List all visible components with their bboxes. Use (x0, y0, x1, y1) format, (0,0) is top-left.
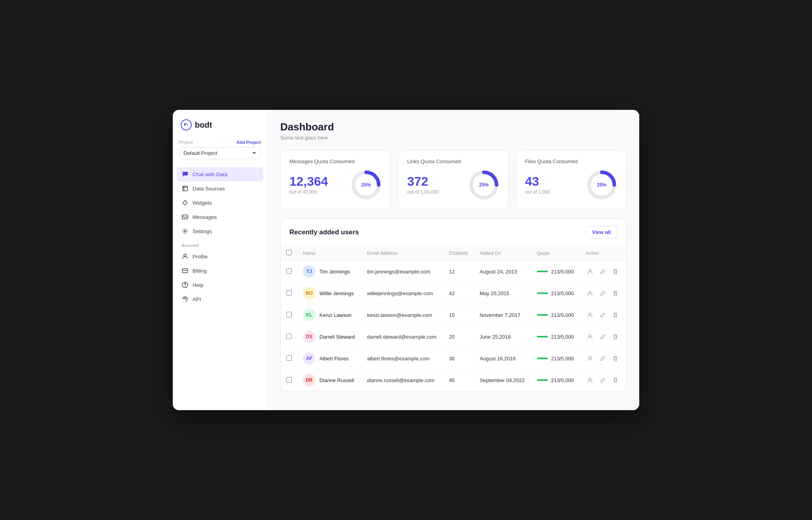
action-icons (586, 354, 621, 363)
users-table: Name Email Address Chatbots Added On Quo… (281, 246, 626, 391)
user-chatbots: 12 (444, 261, 474, 283)
donut-chart: 25% (586, 169, 617, 201)
quota-value: 372 (407, 175, 439, 188)
sidebar-item-widgets[interactable]: Widgets (177, 196, 263, 210)
sidebar-item-label: Chat with Data (193, 171, 228, 177)
project-select[interactable]: Default Project Project Alpha Project Be… (179, 147, 261, 159)
delete-action-icon[interactable] (611, 311, 620, 319)
delete-action-icon[interactable] (611, 289, 620, 298)
action-icons (586, 332, 621, 341)
page-subtitle: Some text goes here (280, 135, 627, 141)
sidebar-item-api[interactable]: API (177, 292, 263, 306)
quota-card-title: Messages Quota Consumed (289, 158, 382, 164)
row-checkbox[interactable] (286, 290, 292, 296)
sidebar-item-data-sources[interactable]: Data Sources (177, 181, 263, 196)
user-action-icon[interactable] (586, 289, 595, 298)
user-action-icon[interactable] (586, 311, 595, 319)
quota-value: 213/5,000 (551, 334, 574, 340)
donut-chart: 25% (350, 169, 382, 201)
delete-action-icon[interactable] (611, 376, 620, 384)
quota-value: 213/5,000 (551, 377, 574, 383)
user-cell: AF Albert Flores (303, 352, 356, 365)
sidebar-item-profile[interactable]: Profile (177, 249, 263, 264)
user-chatbots: 30 (444, 348, 474, 369)
quota-value: 213/5,000 (551, 356, 574, 362)
user-cell: TJ Tim Jennings (303, 265, 356, 278)
add-project-link[interactable]: Add Project (236, 140, 261, 145)
table-row: DR Dianne Russell dianne.russell@example… (281, 369, 626, 391)
col-chatbots: Chatbots (444, 246, 474, 261)
row-checkbox[interactable] (286, 312, 292, 317)
delete-action-icon[interactable] (611, 267, 620, 276)
edit-action-icon[interactable] (599, 332, 607, 341)
sidebar-item-billing[interactable]: Billing (177, 264, 263, 278)
sidebar-item-label: Profile (193, 254, 208, 260)
user-added-on: June 25,2018 (474, 326, 531, 348)
svg-rect-6 (182, 269, 188, 273)
quota-card-left: 12,364 out of 40,000 (289, 175, 328, 195)
quota-indicator (537, 358, 548, 359)
sidebar: bodt Project Add Project Default Project… (173, 110, 268, 410)
users-title: Recently added users (289, 228, 359, 236)
donut-label: 25% (479, 182, 489, 188)
sidebar-item-settings[interactable]: Settings (177, 224, 263, 238)
quota-out-of: out of 1,000 (525, 189, 550, 195)
quota-value: 43 (525, 175, 550, 188)
svg-point-14 (589, 269, 591, 271)
quota-card-body: 43 out of 1,000 25% (525, 169, 617, 201)
select-all-checkbox[interactable] (286, 250, 292, 255)
user-name: Albert Flores (319, 356, 349, 362)
avatar: KL (303, 309, 315, 321)
user-name: Tim Jennings (319, 269, 350, 275)
user-action-icon[interactable] (586, 376, 595, 384)
messages-icon (181, 213, 189, 220)
avatar: DR (303, 374, 315, 386)
row-checkbox[interactable] (286, 268, 292, 274)
user-name: Darrell Steward (319, 334, 355, 340)
edit-action-icon[interactable] (599, 289, 607, 298)
action-icons (586, 311, 621, 319)
sidebar-item-label: Settings (193, 228, 212, 234)
user-cell: WJ Willie Jennings (303, 287, 356, 300)
sidebar-item-messages[interactable]: Messages (177, 210, 263, 224)
user-action-icon[interactable] (586, 267, 595, 276)
table-row: AF Albert Flores albert.flores@example.c… (281, 348, 626, 369)
quota-value: 213/5,000 (551, 312, 574, 318)
svg-point-19 (589, 378, 591, 380)
row-checkbox[interactable] (286, 333, 292, 339)
user-email: albert.flores@example.com (361, 348, 443, 369)
sidebar-item-chat-with-data[interactable]: Chat with Data (177, 167, 263, 181)
edit-action-icon[interactable] (599, 376, 607, 384)
svg-rect-3 (182, 215, 188, 219)
quota-value: 213/5,000 (551, 269, 574, 275)
edit-action-icon[interactable] (599, 311, 607, 319)
table-head: Name Email Address Chatbots Added On Quo… (281, 246, 626, 261)
project-label-row: Project Add Project (179, 140, 261, 145)
quota-indicator (537, 379, 548, 381)
row-checkbox[interactable] (286, 355, 292, 361)
app-window: bodt Project Add Project Default Project… (173, 110, 639, 410)
view-all-button[interactable]: View all (585, 226, 617, 238)
quota-indicator (537, 271, 548, 272)
user-cell: DS Darrell Steward (303, 330, 356, 343)
quota-bar: 213/5,000 (537, 269, 575, 275)
user-added-on: May 20,2015 (474, 283, 531, 304)
delete-action-icon[interactable] (611, 354, 620, 363)
edit-action-icon[interactable] (599, 354, 607, 363)
edit-action-icon[interactable] (599, 267, 607, 276)
row-checkbox[interactable] (286, 377, 292, 382)
table-row: TJ Tim Jennings tim.jennings@example.com… (281, 261, 626, 283)
quota-card-1: Links Quota Consumed 372 out of 1,00,000… (398, 150, 509, 209)
quota-card-title: Files Quota Consumed (525, 158, 617, 164)
delete-action-icon[interactable] (611, 332, 620, 341)
sidebar-item-help[interactable]: Help (177, 278, 263, 292)
quota-out-of: out of 40,000 (289, 189, 328, 195)
quota-card-2: Files Quota Consumed 43 out of 1,000 25% (516, 150, 627, 209)
action-icons (586, 267, 621, 276)
user-action-icon[interactable] (586, 332, 595, 341)
user-email: williejennings@example.com (361, 283, 443, 304)
user-action-icon[interactable] (586, 354, 595, 363)
svg-point-1 (185, 124, 187, 126)
quota-bar: 213/5,000 (537, 356, 575, 362)
donut-label: 25% (597, 182, 606, 188)
